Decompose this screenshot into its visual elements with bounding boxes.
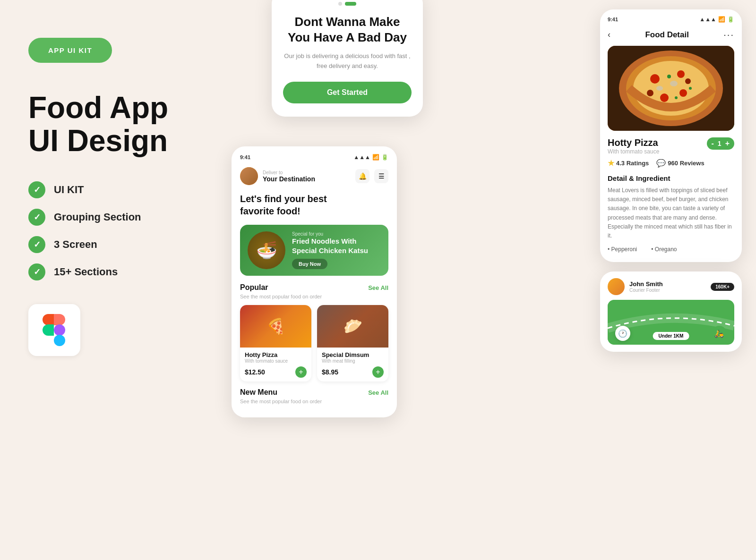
feature-label-3: 3 Screen xyxy=(54,238,97,251)
feature-list: ✓ UI KIT ✓ Grouping Section ✓ 3 Screen ✓… xyxy=(28,181,208,280)
svg-point-13 xyxy=(675,96,678,99)
rating-text: 4.3 Ratings xyxy=(616,160,649,167)
ingredient-tags: Pepperoni Oregano xyxy=(608,246,734,253)
wifi-icon: 📶 xyxy=(372,154,379,161)
phone-welcome: Dont Wanna Make You Have A Bad Day Our j… xyxy=(272,0,423,117)
add-pizza-button[interactable]: + xyxy=(295,366,307,378)
bell-icon-button[interactable]: 🔔 xyxy=(355,169,369,183)
svg-point-14 xyxy=(689,87,692,90)
delivery-inner: John Smith Courier Footer 160K+ Under 1K… xyxy=(608,278,734,344)
dimsum-image: 🥟 xyxy=(317,305,388,348)
delivery-profile: John Smith Courier Footer 160K+ xyxy=(608,278,734,295)
avatar xyxy=(240,167,258,185)
food-detail-with: With tommato sauce xyxy=(608,148,659,155)
delivery-scooter-icon: 🛵 xyxy=(712,326,727,341)
detail-wifi: 📶 xyxy=(718,16,725,23)
svg-point-12 xyxy=(667,75,671,78)
add-dimsum-button[interactable]: + xyxy=(372,366,384,378)
reviews: 💬 960 Reviews xyxy=(656,159,704,168)
detail-header: ‹ Food Detail ··· xyxy=(608,29,734,40)
pizza-price: $12.50 xyxy=(245,368,265,376)
see-all-new[interactable]: See All xyxy=(368,389,388,396)
detail-signal: ▲▲▲ xyxy=(699,16,716,23)
signal-icon: ▲▲▲ xyxy=(353,154,370,161)
promo-banner: 🍜 Special for you Fried Noodles With Spe… xyxy=(240,225,388,276)
buy-now-button[interactable]: Buy Now xyxy=(292,259,327,269)
qty-minus-button[interactable]: - xyxy=(712,139,714,148)
courier-name: John Smith xyxy=(629,280,663,288)
tag-oregano: Oregano xyxy=(651,246,677,253)
phone-detail: 9:41 ▲▲▲ 📶 🔋 ‹ Food Detail ··· xyxy=(600,9,742,262)
reviews-text: 960 Reviews xyxy=(668,160,704,167)
dimsum-price: $8.95 xyxy=(322,368,338,376)
svg-point-5 xyxy=(677,70,685,78)
header-icons: 🔔 ☰ xyxy=(355,169,388,183)
welcome-title: Dont Wanna Make You Have A Bad Day xyxy=(283,14,412,45)
detail-battery: 🔋 xyxy=(727,16,734,23)
check-icon-3: ✓ xyxy=(28,236,45,253)
popular-subtitle: See the most popular food on order xyxy=(240,294,388,299)
dot-active xyxy=(345,2,356,6)
svg-point-11 xyxy=(656,86,663,91)
rating-row: ★ 4.3 Ratings 💬 960 Reviews xyxy=(608,159,734,168)
food-hero-image xyxy=(608,46,734,131)
food-card-dimsum: 🥟 Special Dimsum With meat filling $8.95… xyxy=(317,305,388,382)
welcome-dots xyxy=(283,2,412,6)
qty-number: 1 xyxy=(718,140,722,147)
rating: ★ 4.3 Ratings xyxy=(608,159,649,168)
phone-home: 9:41 ▲▲▲ 📶 🔋 Deliver to Your Destination… xyxy=(232,146,397,417)
feature-label-4: 15+ Sections xyxy=(54,266,118,278)
home-header: Deliver to Your Destination 🔔 ☰ xyxy=(240,167,388,185)
promo-title: Fried Noodles With Special Chicken Katsu xyxy=(292,237,381,255)
new-menu-subtitle: See the most popular food on order xyxy=(240,399,388,404)
pizza-with: With tommato sauce xyxy=(245,358,307,364)
check-icon-4: ✓ xyxy=(28,263,45,280)
check-icon-2: ✓ xyxy=(28,209,45,226)
svg-point-7 xyxy=(679,89,687,97)
popular-title: Popular xyxy=(240,283,268,292)
get-started-button[interactable]: Get Started xyxy=(283,82,412,103)
map-overlay-label: Under 1KM xyxy=(653,332,689,340)
feature-item-2: ✓ Grouping Section xyxy=(28,209,208,226)
food-cards: 🍕 Hotty Pizza With tommato sauce $12.50 … xyxy=(240,305,388,382)
feature-item-4: ✓ 15+ Sections xyxy=(28,263,208,280)
chat-icon: 💬 xyxy=(656,159,666,168)
menu-icon-button[interactable]: ☰ xyxy=(374,169,388,183)
food-detail-name: Hotty Pizza xyxy=(608,137,659,148)
dimsum-name: Special Dimsum xyxy=(322,351,384,358)
svg-point-4 xyxy=(650,74,660,84)
qty-plus-button[interactable]: + xyxy=(725,139,730,148)
feature-label-1: UI KIT xyxy=(54,184,84,196)
new-menu-section: New Menu See All See the most popular fo… xyxy=(240,388,388,404)
deliver-info: Deliver to Your Destination xyxy=(263,170,355,183)
feature-item-3: ✓ 3 Screen xyxy=(28,236,208,253)
promo-food-image: 🍜 xyxy=(248,231,285,269)
quantity-control[interactable]: - 1 + xyxy=(707,137,734,150)
delivery-map: Under 1KM 🕐 🛵 xyxy=(608,300,734,345)
promo-label: Special for you xyxy=(292,231,381,237)
left-section: APP UI KIT Food App UI Design ✓ UI KIT ✓… xyxy=(28,38,208,356)
food-detail-title: Food Detail xyxy=(645,30,689,40)
feature-item-1: ✓ UI KIT xyxy=(28,181,208,198)
detail-time: 9:41 xyxy=(608,17,618,22)
see-all-popular[interactable]: See All xyxy=(368,284,388,291)
tag-pepperoni: Pepperoni xyxy=(608,246,637,253)
figma-logo xyxy=(28,304,80,356)
dimsum-price-row: $8.95 + xyxy=(322,366,384,378)
more-options-button[interactable]: ··· xyxy=(723,29,734,40)
detail-status-bar: 9:41 ▲▲▲ 📶 🔋 xyxy=(608,16,734,23)
time-display: 9:41 xyxy=(240,154,250,160)
app-ui-kit-button[interactable]: APP UI KIT xyxy=(28,38,112,63)
ingredient-description: Meat Lovers is filled with toppings of s… xyxy=(608,186,734,240)
check-icon-1: ✓ xyxy=(28,181,45,198)
battery-icon: 🔋 xyxy=(381,154,388,161)
pizza-price-row: $12.50 + xyxy=(245,366,307,378)
pizza-card-body: Hotty Pizza With tommato sauce $12.50 + xyxy=(240,348,311,382)
dimsum-with: With meat filling xyxy=(322,358,384,364)
dot-1 xyxy=(338,2,342,6)
ingredient-title: Detail & Ingredient xyxy=(608,174,734,182)
delivery-clock-icon: 🕐 xyxy=(615,326,630,341)
popular-section-header: Popular See All xyxy=(240,283,388,292)
pizza-image: 🍕 xyxy=(240,305,311,348)
back-button[interactable]: ‹ xyxy=(608,30,610,40)
